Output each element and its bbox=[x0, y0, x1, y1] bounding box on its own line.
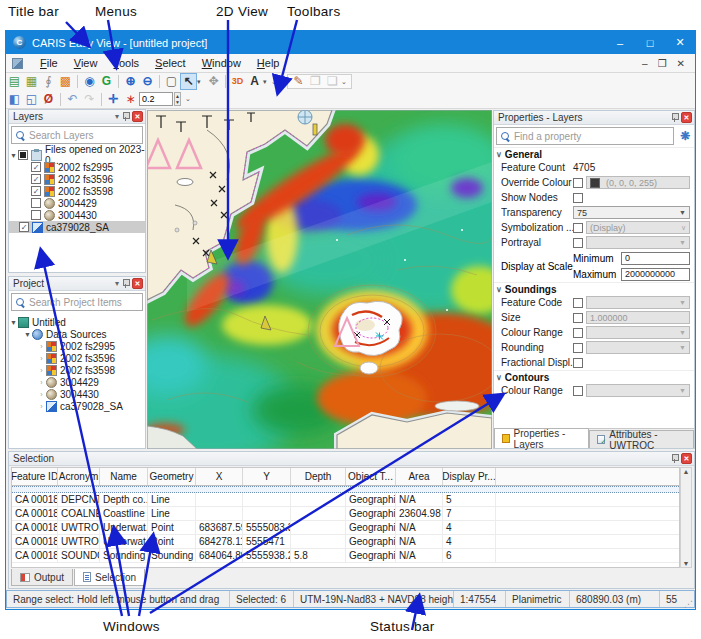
toolbar2-overflow[interactable]: ⌄ bbox=[185, 95, 193, 103]
scroll-down-icon[interactable]: ▼ bbox=[683, 560, 690, 567]
minimize-button[interactable]: – bbox=[605, 31, 635, 54]
column-header[interactable]: Y bbox=[243, 468, 291, 485]
data-sources-item[interactable]: ▼ Data Sources bbox=[9, 328, 145, 340]
rounding-dropdown[interactable]: ▼ bbox=[586, 341, 690, 354]
properties-search[interactable] bbox=[496, 127, 674, 145]
pan-hand-icon[interactable]: ✥ bbox=[205, 74, 222, 89]
tab-selection[interactable]: Selection bbox=[74, 569, 145, 586]
rounding-checkbox[interactable] bbox=[573, 343, 583, 353]
zoom-factor-input[interactable] bbox=[139, 92, 173, 106]
layer-item[interactable]: 3004430 bbox=[9, 209, 145, 221]
table-row-partial[interactable] bbox=[12, 486, 679, 493]
select-rect-filled-icon[interactable]: ◧ bbox=[6, 92, 23, 107]
column-header[interactable]: Display Pr... bbox=[443, 468, 496, 485]
section-contours[interactable]: ∨Contours bbox=[494, 370, 694, 383]
map-2d-view[interactable] bbox=[147, 110, 492, 449]
attach-icon[interactable]: ∮ bbox=[40, 74, 57, 89]
layer-item[interactable]: ✓ 2002 fs3596 bbox=[9, 173, 145, 185]
layer-item[interactable]: ✓ 2002 fs2995 bbox=[9, 161, 145, 173]
project-root-item[interactable]: ▼ Untitled bbox=[9, 316, 145, 328]
transparency-dropdown[interactable]: 75▼ bbox=[573, 206, 690, 219]
selection-panel-close-icon[interactable]: ✕ bbox=[681, 453, 692, 464]
open-file-icon[interactable]: ▤ bbox=[6, 74, 23, 89]
selection-panel-pin-icon[interactable] bbox=[671, 454, 678, 463]
status-crs[interactable]: UTM-19N-Nad83 + NAVD88 height bbox=[294, 591, 454, 607]
north-arrow-dropdown[interactable]: ▾ bbox=[263, 78, 271, 86]
zoom-in-icon[interactable]: ⊕ bbox=[122, 74, 139, 89]
project-item[interactable]: › ca379028_SA bbox=[9, 400, 145, 412]
menu-help[interactable]: Help bbox=[249, 57, 288, 69]
mdi-minimize-button[interactable]: – bbox=[642, 58, 648, 69]
snap-star-icon[interactable]: ∗ bbox=[122, 92, 139, 107]
layer-checkbox[interactable] bbox=[31, 210, 41, 220]
project-item[interactable]: › 2002 fs3598 bbox=[9, 364, 145, 376]
size-checkbox[interactable] bbox=[573, 313, 583, 323]
menu-window[interactable]: Window bbox=[194, 57, 249, 69]
column-header[interactable]: Name bbox=[100, 468, 148, 485]
colour-range-checkbox[interactable] bbox=[573, 328, 583, 338]
tab-attributes-uwtroc[interactable]: Attributes - UWTROC bbox=[589, 430, 694, 448]
redo-blue-icon[interactable]: ↶ bbox=[64, 92, 81, 107]
paste-disabled-icon[interactable]: ❐ bbox=[307, 74, 324, 89]
portrayal-dropdown[interactable]: ▼ bbox=[586, 236, 690, 249]
table-row[interactable]: CA 00018...COALNECoastlineLineGeographic… bbox=[12, 507, 679, 521]
mdi-document-icon[interactable] bbox=[12, 58, 23, 69]
project-panel-close-icon[interactable]: ✕ bbox=[132, 278, 143, 289]
layer-item-selected[interactable]: ✓ ca379028_SA bbox=[9, 221, 145, 233]
layers-panel-close-icon[interactable]: ✕ bbox=[132, 111, 143, 122]
project-search-input[interactable] bbox=[29, 297, 142, 308]
status-scale[interactable]: 1:47554 bbox=[454, 591, 506, 607]
resize-grip[interactable] bbox=[682, 591, 694, 607]
section-general[interactable]: ∨General bbox=[494, 147, 694, 160]
layer-checkbox[interactable] bbox=[31, 198, 41, 208]
menu-view[interactable]: View bbox=[66, 57, 106, 69]
title-bar[interactable]: C CARIS Easy View - [untitled project] –… bbox=[6, 31, 695, 54]
layer-item[interactable]: 3004429 bbox=[9, 197, 145, 209]
redo-gray-icon[interactable]: ↷ bbox=[81, 92, 98, 107]
column-header[interactable]: Object T... bbox=[346, 468, 396, 485]
layers-icon[interactable]: ▩ bbox=[57, 74, 74, 89]
project-search[interactable] bbox=[11, 293, 143, 311]
menu-tools[interactable]: Tools bbox=[105, 57, 147, 69]
select-rect-icon[interactable]: ◱ bbox=[23, 92, 40, 107]
column-header[interactable]: Geometry bbox=[148, 468, 196, 485]
section-soundings[interactable]: ∨Soundings bbox=[494, 282, 694, 295]
scroll-up-icon[interactable]: ▲ bbox=[683, 468, 690, 475]
close-button[interactable]: ✕ bbox=[665, 31, 695, 54]
3d-view-icon[interactable]: 3D bbox=[229, 74, 246, 89]
menu-select[interactable]: Select bbox=[147, 57, 194, 69]
symbolization-dropdown[interactable]: (Display)∨ bbox=[586, 221, 690, 234]
menu-file[interactable]: File bbox=[32, 57, 66, 69]
layer-checkbox[interactable]: ✓ bbox=[31, 174, 41, 184]
project-panel-pin-icon[interactable] bbox=[122, 279, 129, 288]
minimum-input[interactable]: 0 bbox=[621, 252, 690, 265]
contours-colour-range-checkbox[interactable] bbox=[573, 386, 583, 396]
properties-search-input[interactable] bbox=[514, 131, 673, 142]
properties-panel-titlebar[interactable]: Properties - Layers ✕ bbox=[494, 111, 694, 125]
layer-checkbox[interactable]: ✓ bbox=[19, 222, 29, 232]
toolbar-overflow[interactable]: ⌄ bbox=[271, 78, 279, 86]
project-item[interactable]: › 2002 fs2995 bbox=[9, 340, 145, 352]
zoom-out-icon[interactable]: ⊖ bbox=[139, 74, 156, 89]
mdi-close-button[interactable]: ✕ bbox=[677, 58, 685, 69]
no-zoom-icon[interactable]: Ø bbox=[40, 92, 57, 107]
size-input[interactable]: 1.000000 bbox=[586, 311, 690, 324]
portrayal-checkbox[interactable] bbox=[573, 238, 583, 248]
show-nodes-checkbox[interactable] bbox=[573, 193, 583, 203]
table-row[interactable]: CA 00018...SOUNDGSoundingSounding684064.… bbox=[12, 549, 679, 563]
override-colour-field[interactable]: (0, 0, 0, 255) bbox=[586, 176, 690, 189]
override-colour-checkbox[interactable] bbox=[573, 178, 583, 188]
layers-root-checkbox[interactable] bbox=[18, 150, 28, 160]
column-header[interactable]: Area bbox=[396, 468, 443, 485]
layers-search[interactable] bbox=[11, 126, 143, 144]
north-arrow-icon[interactable]: A bbox=[246, 74, 263, 89]
copy-disabled-icon[interactable]: ❏ bbox=[324, 74, 341, 89]
fractional-checkbox[interactable] bbox=[573, 358, 583, 368]
google-earth-icon[interactable]: G bbox=[98, 74, 115, 89]
column-header[interactable]: Depth bbox=[291, 468, 346, 485]
open-project-icon[interactable]: ▦ bbox=[23, 74, 40, 89]
table-vertical-scrollbar[interactable]: ▲▼ bbox=[680, 467, 692, 568]
selection-panel-titlebar[interactable]: Selection ✕ bbox=[9, 452, 694, 466]
project-panel-titlebar[interactable]: Project ▾ ✕ bbox=[9, 277, 145, 291]
layers-root-item[interactable]: ▼ Files opened on 2023-0... bbox=[9, 149, 145, 161]
